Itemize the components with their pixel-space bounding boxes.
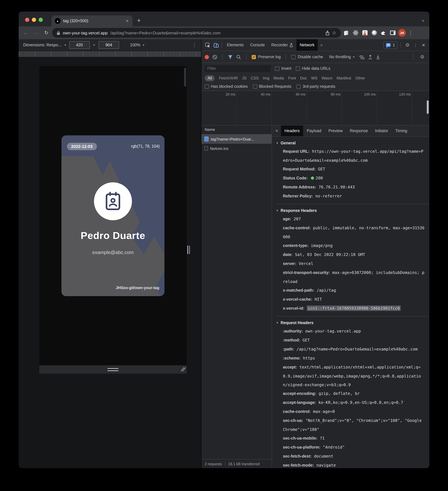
detail-tab[interactable]: Payload — [303, 125, 325, 136]
disable-cache-label[interactable]: Disable cache — [298, 55, 323, 59]
filter-toggle-icon[interactable] — [228, 55, 233, 59]
devtools-settings-icon[interactable]: ⚙ — [404, 42, 411, 48]
option-checkbox-group[interactable]: Has blocked cookies — [205, 84, 248, 89]
extensions-puzzle-icon[interactable] — [380, 29, 388, 37]
dimensions-select[interactable]: Dimensions: Respo... — [23, 43, 61, 47]
option-checkbox[interactable] — [205, 85, 209, 89]
tab-search-chevron-icon[interactable]: ˅ — [422, 19, 424, 23]
response-headers-section: ▼ Response Headers age: 207 cache-contro… — [276, 204, 429, 316]
side-panel-icon[interactable] — [389, 29, 397, 37]
option-checkbox[interactable] — [253, 85, 257, 89]
request-row[interactable]: tag?name=Pedro+Duar... — [202, 134, 272, 144]
response-headers-header[interactable]: ▼ Response Headers — [276, 207, 425, 215]
extension-react-devtools-icon[interactable] — [351, 29, 360, 37]
flask-icon — [290, 43, 293, 47]
option-checkbox-group[interactable]: 3rd-party requests — [297, 84, 335, 89]
record-network-log-button[interactable] — [205, 55, 209, 59]
resource-type-pill[interactable]: Other — [355, 76, 365, 80]
inspect-element-icon[interactable] — [203, 41, 212, 49]
search-icon[interactable] — [236, 55, 241, 59]
disable-cache-checkbox[interactable] — [291, 55, 295, 59]
page-scrollbar-thumb[interactable] — [184, 68, 186, 86]
zoom-select[interactable]: 100% — [130, 43, 140, 47]
option-label: Blocked Requests — [259, 84, 292, 89]
resource-type-pill[interactable]: CSS — [251, 76, 259, 80]
header-line: :scheme: https — [283, 354, 425, 363]
address-bar[interactable]: own-your-tag.vercel.app /api/tag?name=Pe… — [52, 28, 341, 38]
devtools-scrollbar-thumb[interactable] — [427, 100, 429, 114]
resource-type-pill[interactable]: Img — [263, 76, 269, 80]
name-column-header[interactable]: Name — [202, 125, 272, 134]
resource-type-pill[interactable]: WS — [311, 76, 318, 80]
option-checkbox[interactable] — [297, 85, 301, 89]
close-detail-icon[interactable]: ✕ — [273, 129, 281, 133]
browser-tab[interactable]: ▲ tag (320×500) ✕ — [51, 15, 133, 26]
detail-tab[interactable]: Response — [346, 125, 371, 136]
share-icon[interactable] — [325, 30, 329, 35]
resource-type-filters: All Fetch/XHR JS CSS Img Media Font Doc … — [202, 74, 429, 82]
hide-data-urls-checkbox[interactable] — [296, 66, 300, 71]
more-tabs-icon[interactable]: » — [318, 43, 325, 47]
profile-avatar[interactable]: JH — [398, 29, 406, 37]
headers-content[interactable]: ▼ General Request URL: https://own-your-… — [272, 137, 429, 468]
resource-type-pill[interactable]: Font — [288, 76, 296, 80]
new-tab-button[interactable]: + — [137, 17, 141, 24]
export-har-icon[interactable] — [376, 55, 380, 59]
import-har-icon[interactable] — [368, 55, 372, 59]
clear-network-log-icon[interactable] — [212, 55, 217, 59]
detail-tab[interactable]: Preview — [325, 125, 346, 136]
close-window-button[interactable] — [25, 18, 29, 22]
invert-checkbox[interactable] — [275, 66, 279, 71]
detail-tab[interactable]: Initiator — [371, 125, 392, 136]
browser-menu-icon[interactable]: ⋮ — [407, 30, 414, 36]
tab-elements[interactable]: Elements — [224, 39, 247, 51]
general-section-header[interactable]: ▼ General — [276, 139, 425, 147]
resource-type-pill[interactable]: All — [205, 75, 215, 81]
hide-data-urls-label[interactable]: Hide data URLs — [302, 66, 331, 71]
tab-close-icon[interactable]: ✕ — [125, 19, 129, 23]
request-headers-header[interactable]: ▼ Request Headers — [276, 319, 425, 327]
resource-type-pill[interactable]: Media — [273, 76, 284, 80]
filter-input[interactable] — [205, 65, 271, 72]
viewport-height-input[interactable] — [98, 41, 119, 49]
resource-type-pill[interactable]: Manifest — [336, 76, 351, 80]
detail-tab[interactable]: Timing — [392, 125, 411, 136]
detail-tab[interactable]: Headers — [281, 125, 303, 136]
viewport-corner-resize-handle[interactable] — [182, 367, 185, 372]
network-conditions-icon[interactable] — [359, 55, 365, 59]
resource-type-pill[interactable]: Doc — [300, 76, 307, 80]
bookmark-star-icon[interactable]: ☆ — [332, 30, 336, 36]
device-toolbar-toggle-icon[interactable] — [212, 41, 220, 49]
viewport-width-input[interactable] — [69, 41, 90, 49]
reload-button[interactable]: ↻ — [42, 30, 51, 36]
option-checkbox-group[interactable]: Blocked Requests — [253, 84, 292, 89]
viewport-width-drag-handle[interactable] — [187, 246, 190, 254]
forward-button[interactable]: → — [31, 30, 40, 36]
network-overview-timeline[interactable]: 20 ms 40 ms 60 ms 80 ms 100 — [202, 91, 429, 125]
zoom-window-button[interactable] — [39, 18, 43, 22]
devtools-close-icon[interactable]: ✕ — [420, 43, 427, 47]
network-settings-icon[interactable]: ⚙ — [419, 54, 426, 60]
throttling-select[interactable]: No throttling ▼ — [329, 55, 355, 59]
extension-person-icon[interactable] — [361, 29, 369, 37]
back-button[interactable]: ← — [21, 30, 30, 36]
devtools-menu-icon[interactable]: ⋮ — [413, 43, 419, 47]
resource-type-pill[interactable]: JS — [242, 76, 246, 80]
preserve-log-label[interactable]: Preserve log — [258, 55, 281, 59]
extension-map-icon[interactable] — [342, 29, 350, 37]
viewport-height-drag-handle[interactable] — [107, 368, 118, 371]
device-toolbar-menu-icon[interactable]: ⋮ — [192, 42, 197, 47]
preserve-log-checkbox[interactable]: ✓ — [252, 55, 256, 59]
tab-recorder[interactable]: Recorder — [268, 39, 297, 51]
request-row[interactable]: favicon.ico — [202, 144, 272, 153]
issues-counter[interactable]: 1 — [383, 41, 398, 49]
extension-sphere-icon[interactable] — [370, 29, 378, 37]
tab-network[interactable]: Network — [297, 39, 318, 51]
page-viewport[interactable]: 2022-12-03 rgb(71, 78, 104) Pedro D — [39, 66, 187, 365]
resource-type-pill[interactable]: Wasm — [321, 76, 332, 80]
device-toolbar: Dimensions: Respo... ▼ × 100% ▼ ⋮ — [19, 39, 201, 51]
tab-console[interactable]: Console — [247, 39, 268, 51]
invert-label[interactable]: Invert — [281, 66, 292, 71]
resource-type-pill[interactable]: Fetch/XHR — [219, 76, 238, 80]
minimize-window-button[interactable] — [32, 18, 36, 22]
